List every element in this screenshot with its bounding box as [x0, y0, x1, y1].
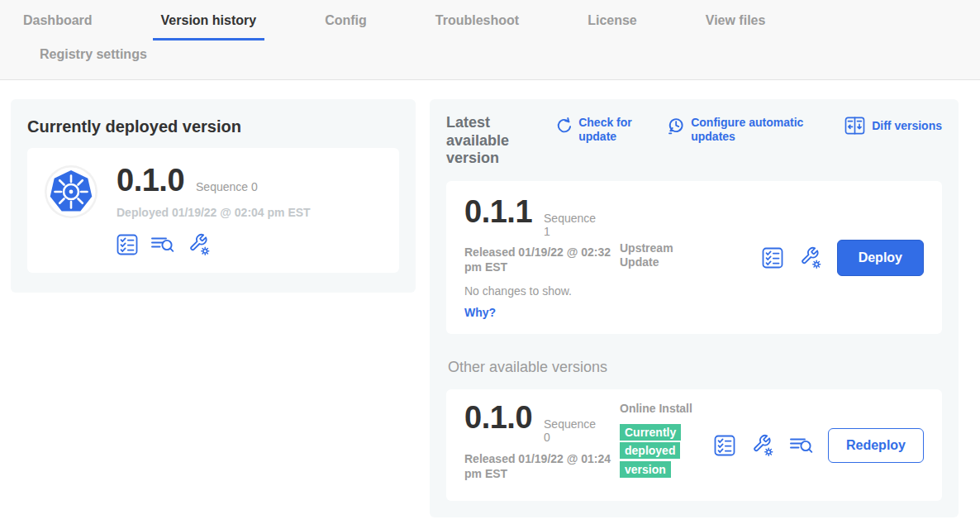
latest-available-panel: Latest available version Check for updat…	[430, 99, 959, 517]
kubernetes-logo-icon	[44, 164, 98, 219]
deploy-logs-icon[interactable]	[789, 435, 813, 455]
other-source-label: Online Install	[620, 402, 702, 417]
configure-automatic-updates-label: Configure automatic updates	[691, 116, 815, 144]
latest-version-number: 0.1.1	[464, 196, 532, 227]
tab-config[interactable]: Config	[316, 12, 375, 38]
redeploy-button[interactable]: Redeploy	[828, 428, 924, 463]
deployed-timestamp: Deployed 01/19/22 @ 02:04 pm EST	[117, 206, 311, 219]
latest-sequence-label: Sequence 1	[544, 212, 597, 238]
other-released-timestamp: Released 01/19/22 @ 01:24 pm EST	[464, 451, 611, 481]
tab-dashboard[interactable]: Dashboard	[15, 12, 101, 38]
latest-source-label: Upstream Update	[620, 241, 702, 270]
deploy-logs-icon[interactable]	[150, 234, 174, 255]
latest-version-card: 0.1.1 Sequence 1 Released 01/19/22 @ 02:…	[446, 181, 942, 335]
other-sequence-label: Sequence 0	[544, 417, 597, 444]
preflight-checks-icon[interactable]	[714, 435, 735, 456]
tab-troubleshoot[interactable]: Troubleshoot	[427, 12, 527, 38]
edit-config-icon[interactable]	[798, 245, 822, 269]
latest-released-timestamp: Released 01/19/22 @ 02:32 pm EST	[464, 245, 611, 274]
check-for-update-link[interactable]: Check for update	[556, 116, 638, 144]
deploy-button[interactable]: Deploy	[837, 240, 924, 276]
refresh-icon	[556, 117, 572, 134]
tab-registry-settings[interactable]: Registry settings	[31, 45, 155, 70]
tab-version-history[interactable]: Version history	[153, 12, 265, 41]
status-badge: Currently deployed version	[620, 424, 681, 478]
preflight-checks-icon[interactable]	[117, 234, 138, 255]
diff-versions-link[interactable]: Diff versions	[844, 116, 942, 144]
configure-automatic-updates-link[interactable]: Configure automatic updates	[668, 116, 815, 144]
currently-deployed-badge: Currently deployed version	[620, 423, 689, 479]
no-changes-note: No changes to show.	[464, 284, 620, 298]
edit-config-icon[interactable]	[750, 433, 774, 457]
deployed-version-details: 0.1.0 Sequence 0 Deployed 01/19/22 @ 02:…	[117, 164, 311, 256]
other-versions-heading: Other available versions	[448, 359, 942, 376]
tab-view-files[interactable]: View files	[697, 12, 774, 38]
other-version-card: 0.1.0 Sequence 0 Released 01/19/22 @ 01:…	[446, 389, 942, 501]
other-version-number: 0.1.0	[464, 402, 532, 433]
tab-license[interactable]: License	[579, 12, 645, 38]
currently-deployed-title: Currently deployed version	[27, 117, 399, 136]
preflight-checks-icon[interactable]	[762, 247, 783, 269]
main-nav: Dashboard Version history Config Trouble…	[0, 0, 980, 80]
latest-available-title: Latest available version	[446, 114, 538, 168]
diff-versions-label: Diff versions	[872, 119, 942, 133]
schedule-update-icon	[668, 117, 684, 135]
edit-config-icon[interactable]	[187, 232, 211, 256]
deployed-sequence-label: Sequence 0	[196, 180, 258, 193]
currently-deployed-panel: Currently deployed version	[11, 99, 416, 293]
check-for-update-label: Check for update	[578, 116, 638, 144]
nav-row-1: Dashboard Version history Config Trouble…	[15, 12, 980, 41]
why-link[interactable]: Why?	[464, 306, 620, 319]
nav-row-2: Registry settings	[15, 45, 980, 70]
panel-actions: Check for update Configure automatic upd…	[556, 116, 942, 144]
deployed-version-number: 0.1.0	[117, 164, 184, 196]
diff-icon	[844, 117, 865, 135]
page-content: Currently deployed version	[0, 80, 980, 517]
deployed-version-card: 0.1.0 Sequence 0 Deployed 01/19/22 @ 02:…	[27, 148, 399, 273]
